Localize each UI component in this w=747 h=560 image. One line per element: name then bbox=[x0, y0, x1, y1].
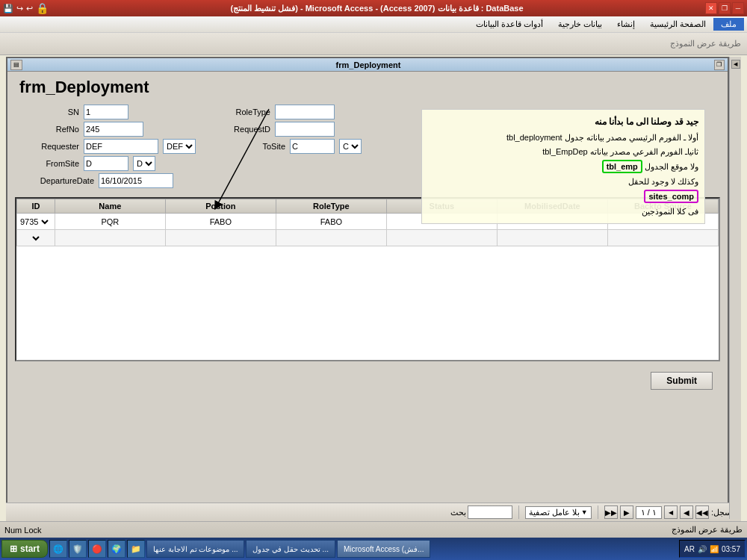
search-area: بحث bbox=[450, 505, 512, 519]
sidebar-btn-1[interactable]: ◀ bbox=[731, 60, 740, 69]
row2-position-input[interactable] bbox=[169, 234, 273, 243]
taskbar-item-3[interactable]: Microsoft Access (فش... bbox=[337, 540, 430, 558]
taskbar-icon-4[interactable]: 🌍 bbox=[108, 540, 125, 558]
windows-logo-icon: ⊞ bbox=[10, 544, 17, 554]
roletype-label: RoleType bbox=[218, 108, 270, 116]
nav-prev-btn[interactable]: ▶ bbox=[620, 505, 633, 519]
table-row: 9735 bbox=[17, 214, 719, 230]
menu-create[interactable]: إنشاء bbox=[610, 18, 642, 31]
row2-name[interactable] bbox=[55, 230, 165, 246]
form-title: frm_Deployment bbox=[19, 78, 716, 97]
fromsite-label: FromSite bbox=[19, 159, 79, 168]
nav-next-page-btn[interactable]: ◀ bbox=[680, 505, 693, 519]
row2-mobilised-input[interactable] bbox=[500, 234, 604, 243]
taskbar: ⊞ start 🌐 🛡️ 🔴 🌍 📁 موضوعات تم الاجابة عن… bbox=[0, 538, 747, 560]
menu-bar: ملف الصفحة الرئيسية إنشاء بيانات خارجية … bbox=[0, 16, 747, 33]
requester-select[interactable]: DEF bbox=[163, 139, 196, 154]
tosite-select[interactable]: C bbox=[339, 139, 362, 154]
row1-backtosource-input[interactable] bbox=[611, 217, 715, 226]
window-title: DataBase : قاعدة بيانات (Access 2007) - … bbox=[49, 4, 705, 13]
row1-roletype[interactable] bbox=[276, 214, 386, 230]
requester-input[interactable] bbox=[84, 139, 158, 154]
row1-status[interactable] bbox=[386, 214, 497, 230]
search-input[interactable] bbox=[468, 505, 512, 519]
nav-bar: السجل: ◀◀ ◀ ◀ ١ / ١ ▶ ▶▶ ▼ بلا عامل تصفي… bbox=[6, 503, 741, 521]
status-bar: Num Lock طريقة عرض النموذج bbox=[0, 521, 747, 538]
menu-file[interactable]: ملف bbox=[713, 18, 744, 31]
row1-mobilised[interactable] bbox=[497, 214, 607, 230]
form-window-title: frm_Deployment bbox=[336, 60, 401, 69]
ribbon: طريقة عرض النموذج bbox=[0, 33, 747, 55]
row1-backtosource[interactable] bbox=[607, 214, 718, 230]
menu-tools[interactable]: أدوات قاعدة البيانات bbox=[468, 18, 551, 31]
row2-position[interactable] bbox=[165, 230, 276, 246]
filter-btn[interactable]: ▼ بلا عامل تصفية bbox=[525, 506, 592, 519]
filter-area: ▼ بلا عامل تصفية bbox=[525, 506, 592, 519]
form-window-icon[interactable]: ▤ bbox=[10, 60, 22, 70]
row1-position[interactable] bbox=[165, 214, 276, 230]
menu-external[interactable]: بيانات خارجية bbox=[551, 18, 610, 31]
taskbar-icon-2[interactable]: 🛡️ bbox=[69, 540, 87, 558]
table-row bbox=[17, 230, 719, 246]
nav-separator bbox=[598, 505, 598, 519]
right-sidebar: ◀ bbox=[729, 57, 741, 519]
requestd-label: RequestD bbox=[218, 125, 270, 134]
restore-btn[interactable]: ❐ bbox=[719, 2, 731, 14]
refno-label: RefNo bbox=[19, 125, 79, 134]
col-roletype: RoleType bbox=[276, 199, 386, 214]
row2-backtosource-input[interactable] bbox=[611, 234, 715, 243]
col-status: Status bbox=[386, 199, 497, 214]
nav-separator-2 bbox=[518, 505, 519, 519]
taskbar-icon-3[interactable]: 🔴 bbox=[88, 540, 106, 558]
row2-mobilised[interactable] bbox=[497, 230, 607, 246]
row1-id-select[interactable] bbox=[39, 217, 51, 226]
row1-status-input[interactable] bbox=[390, 217, 494, 226]
row1-name[interactable] bbox=[55, 214, 165, 230]
col-mobiliseddate: MobilisedDate bbox=[497, 199, 607, 214]
form-title-bar: ▤ frm_Deployment ❐ bbox=[7, 58, 728, 72]
row2-id-select[interactable] bbox=[30, 234, 42, 243]
col-position: Postion bbox=[165, 199, 276, 214]
row1-roletype-input[interactable] bbox=[279, 217, 383, 226]
row1-name-input[interactable] bbox=[58, 217, 162, 226]
start-button[interactable]: ⊞ start bbox=[1, 540, 48, 558]
fromsite-select[interactable]: D bbox=[133, 156, 155, 171]
tosite-label: ToSite bbox=[248, 142, 285, 151]
no-filter-label: بلا عامل تصفية bbox=[529, 508, 580, 517]
tosite-input[interactable] bbox=[290, 139, 335, 154]
row1-position-input[interactable] bbox=[169, 217, 273, 226]
row2-roletype[interactable] bbox=[276, 230, 386, 246]
taskbar-item-1[interactable]: موضوعات تم الاجابة عنها ... bbox=[146, 540, 244, 558]
row2-status-input[interactable] bbox=[390, 234, 494, 243]
col-name: Name bbox=[55, 199, 165, 214]
row1-id[interactable]: 9735 bbox=[17, 214, 55, 230]
minimize-btn[interactable]: ─ bbox=[732, 2, 744, 14]
nav-prev-page-btn[interactable]: ◀ bbox=[664, 505, 678, 519]
row2-name-input[interactable] bbox=[58, 234, 162, 243]
taskbar-browser-icon[interactable]: 🌐 bbox=[49, 540, 67, 558]
taskbar-item-2[interactable]: تحديث حقل في جدول ... bbox=[246, 540, 335, 558]
close-btn[interactable]: ✕ bbox=[705, 2, 717, 14]
status-right: Num Lock bbox=[4, 526, 42, 535]
nav-first-btn[interactable]: ▶▶ bbox=[604, 505, 618, 519]
row2-backtosource[interactable] bbox=[607, 230, 718, 246]
menu-home[interactable]: الصفحة الرئيسية bbox=[642, 18, 713, 31]
departuredate-input[interactable] bbox=[99, 173, 173, 188]
sn-input[interactable] bbox=[84, 105, 128, 119]
row2-status[interactable] bbox=[386, 230, 497, 246]
title-bar: ─ ❐ ✕ DataBase : قاعدة بيانات (Access 20… bbox=[0, 0, 747, 16]
row1-mobilised-input[interactable] bbox=[500, 217, 604, 226]
roletype-input[interactable] bbox=[275, 105, 335, 119]
fromsite-input[interactable] bbox=[84, 156, 128, 171]
col-backtosource: Backto Source bbox=[607, 199, 718, 214]
form-restore-btn[interactable]: ❐ bbox=[714, 60, 725, 70]
row2-id[interactable] bbox=[17, 230, 55, 246]
row2-roletype-input[interactable] bbox=[279, 234, 383, 243]
requestd-input[interactable] bbox=[275, 122, 335, 137]
refno-input[interactable] bbox=[84, 122, 143, 137]
data-table-container: ID Name Postion RoleType Status Mobilise… bbox=[15, 197, 720, 361]
taskbar-icon-5[interactable]: 📁 bbox=[127, 540, 145, 558]
nav-last-btn[interactable]: ◀◀ bbox=[695, 505, 709, 519]
search-label: بحث bbox=[450, 508, 466, 517]
submit-button[interactable]: Submit bbox=[651, 372, 713, 390]
